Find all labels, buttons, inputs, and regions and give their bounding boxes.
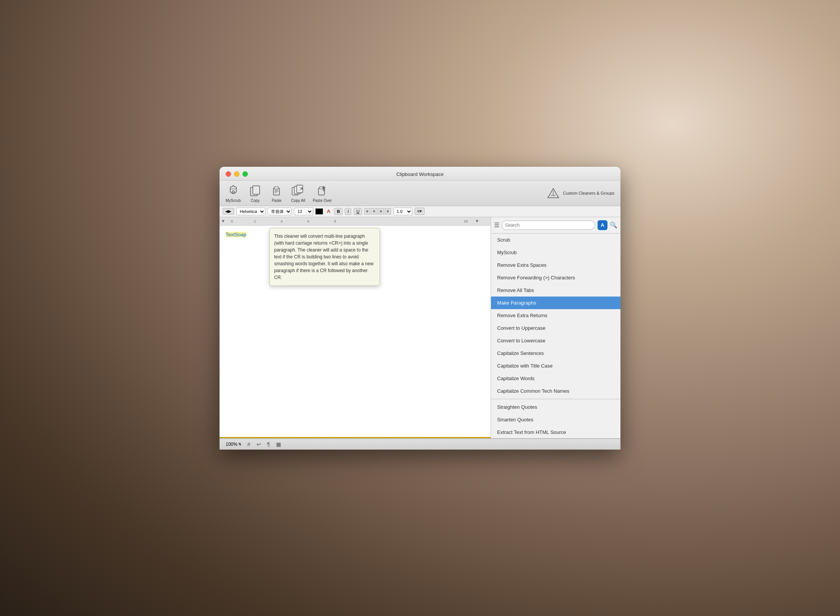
app-store-icon[interactable]: A [598, 220, 607, 230]
sidebar-item-make-paragraphs[interactable]: Make Paragraphs [491, 297, 620, 309]
window-title: Clipboard Workspace [396, 171, 444, 177]
paste-icon [270, 184, 283, 197]
custom-cleaners-button[interactable]: Custom Cleaners & Groups [546, 186, 615, 200]
paragraph-icon[interactable]: ¶ [267, 441, 270, 447]
underline-button[interactable]: U [354, 208, 362, 215]
sidebar-item-myscrub[interactable]: MyScrub [491, 246, 620, 259]
return-icon[interactable]: ↩ [257, 441, 261, 447]
sidebar-item-smarten-quotes[interactable]: Smarten Quotes [491, 413, 620, 426]
sidebar: ☰ A 🔍 Scrub MyScrub Remove Extra Spaces … [491, 217, 620, 438]
align-justify-button[interactable]: ≡ [385, 208, 391, 214]
font-style-select[interactable]: 常規体 [268, 208, 292, 215]
copy-all-icon [291, 184, 305, 197]
sidebar-item-capitalize-tech[interactable]: Capitalize Common Tech Names [491, 385, 620, 397]
paste-button[interactable]: Paste [270, 184, 283, 203]
copy-label: Copy [251, 198, 260, 203]
paste-label: Paste [272, 198, 282, 203]
copy-button[interactable]: Copy [248, 184, 262, 203]
sidebar-item-capitalize-sentences[interactable]: Capitalize Sentences [491, 347, 620, 360]
paste-over-label: Paste Over [313, 198, 332, 203]
line-spacing-select[interactable]: 1.0 [393, 208, 412, 215]
ruler: ▼ 0 2 4 6 8 ▼ 18 [220, 217, 491, 226]
sidebar-header: ☰ A 🔍 [491, 217, 620, 234]
toolbar: MyScrub Copy Pa [220, 181, 620, 206]
align-right-button[interactable]: ≡ [378, 208, 384, 214]
svg-point-1 [232, 191, 234, 193]
tooltip-popup: This cleaner will convert multi-line par… [269, 228, 380, 286]
menu-icon[interactable]: ☰ [494, 221, 499, 229]
sidebar-item-remove-extra-spaces[interactable]: Remove Extra Spaces [491, 259, 620, 271]
font-color-button[interactable]: A [325, 208, 332, 214]
text-color-swatch[interactable] [315, 208, 323, 214]
sidebar-item-scrub[interactable]: Scrub [491, 234, 620, 246]
align-left-button[interactable]: ≡ [364, 208, 370, 214]
search-input[interactable] [502, 221, 595, 230]
bold-button[interactable]: B [334, 208, 342, 215]
copy-all-label: Copy All [291, 198, 305, 203]
indent-button[interactable]: ◀▶ [223, 208, 234, 214]
sidebar-item-convert-uppercase[interactable]: Convert to Uppercase [491, 322, 620, 334]
main-content: ▼ 0 2 4 6 8 ▼ 18 TextSoap This cleaner w… [220, 217, 620, 439]
copy-icon [248, 184, 262, 197]
zoom-stepper-icon[interactable]: ⇅ [238, 442, 241, 446]
list-button[interactable]: ≡▾ [415, 208, 425, 215]
formatting-bar: ◀▶ Helvetica 常規体 13 A B I U ≡ ≡ ≡ ≡ 1.0 … [220, 206, 620, 217]
zoom-value: 100% [226, 442, 237, 447]
italic-button[interactable]: I [345, 208, 351, 215]
copy-all-button[interactable]: Copy All [291, 184, 305, 203]
sidebar-item-capitalize-words[interactable]: Capitalize Words [491, 372, 620, 385]
main-window: Clipboard Workspace MyScrub [220, 167, 620, 450]
zoom-control[interactable]: 100% ⇅ [226, 442, 241, 447]
sidebar-item-capitalize-title[interactable]: Capitalize with Title Case [491, 360, 620, 372]
maximize-button[interactable] [242, 171, 248, 177]
close-button[interactable] [226, 171, 231, 177]
font-family-select[interactable]: Helvetica [236, 208, 265, 215]
sidebar-item-extract-html[interactable]: Extract Text from HTML Source [491, 426, 620, 438]
minimize-button[interactable] [234, 171, 239, 177]
search-magnifier-icon[interactable]: 🔍 [610, 221, 617, 229]
tooltip-text: This cleaner will convert multi-line par… [274, 234, 373, 280]
custom-cleaners-label: Custom Cleaners & Groups [563, 191, 615, 195]
sidebar-list: Scrub MyScrub Remove Extra Spaces Remove… [491, 234, 620, 438]
svg-rect-3 [253, 186, 260, 194]
font-size-select[interactable]: 13 [294, 208, 313, 215]
sidebar-item-remove-all-tabs[interactable]: Remove All Tabs [491, 284, 620, 297]
traffic-lights [226, 171, 248, 177]
paste-over-icon [315, 184, 329, 197]
alignment-group: ≡ ≡ ≡ ≡ [364, 208, 391, 214]
sidebar-item-straighten-quotes[interactable]: Straighten Quotes [491, 401, 620, 413]
myscrub-button[interactable]: MyScrub [226, 184, 241, 203]
custom-cleaners-icon [546, 186, 560, 200]
align-center-button[interactable]: ≡ [371, 208, 377, 214]
myscrub-label: MyScrub [226, 198, 241, 203]
chart-icon[interactable]: ▦ [276, 441, 281, 447]
sidebar-item-convert-lowercase[interactable]: Convert to Lowercase [491, 334, 620, 347]
editor-area[interactable]: ▼ 0 2 4 6 8 ▼ 18 TextSoap This cleaner w… [220, 217, 491, 438]
sidebar-divider [491, 399, 620, 399]
sidebar-item-remove-forwarding[interactable]: Remove Forwarding (>) Characters [491, 271, 620, 284]
sidebar-item-remove-extra-returns[interactable]: Remove Extra Returns [491, 309, 620, 322]
editor-text: TextSoap [226, 232, 246, 237]
hash-icon[interactable]: # [247, 441, 250, 447]
statusbar: 100% ⇅ # ↩ ¶ ▦ [220, 439, 620, 450]
svg-rect-4 [273, 188, 279, 195]
titlebar: Clipboard Workspace [220, 167, 620, 181]
paste-over-button[interactable]: Paste Over [313, 184, 332, 203]
myscrub-icon [226, 184, 240, 197]
svg-rect-5 [275, 187, 278, 189]
